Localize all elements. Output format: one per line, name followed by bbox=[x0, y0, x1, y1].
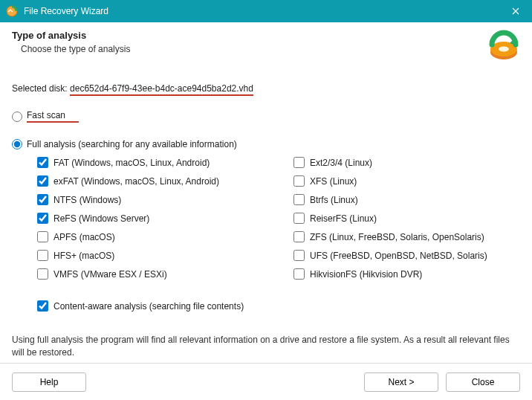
window-title: File Recovery Wizard bbox=[24, 6, 499, 16]
fs-checkbox-right-1[interactable]: XFS (Linux) bbox=[293, 175, 520, 187]
fs-column-left: FAT (Windows, macOS, Linux, Android)exFA… bbox=[37, 157, 264, 280]
close-button[interactable]: Close bbox=[446, 372, 520, 392]
fs-checkbox-label: HFS+ (macOS) bbox=[53, 251, 114, 261]
fs-checkbox-input[interactable] bbox=[37, 250, 48, 261]
fs-checkbox-label: VMFS (VMware ESX / ESXi) bbox=[53, 269, 167, 280]
fast-scan-radio[interactable]: Fast scan bbox=[12, 110, 520, 123]
fs-checkbox-left-4[interactable]: APFS (macOS) bbox=[37, 231, 264, 242]
close-window-button[interactable] bbox=[499, 0, 532, 22]
app-icon bbox=[6, 5, 18, 17]
page-title: Type of analysis bbox=[12, 30, 487, 41]
filesystem-grid: FAT (Windows, macOS, Linux, Android)exFA… bbox=[37, 157, 520, 280]
content-aware-checkbox[interactable]: Content-aware analysis (searching file c… bbox=[37, 300, 520, 312]
fs-checkbox-left-1[interactable]: exFAT (Windows, macOS, Linux, Android) bbox=[37, 175, 264, 187]
fs-checkbox-input[interactable] bbox=[293, 268, 305, 280]
selected-disk-value: dec652d4-67f9-43ee-b4dc-ace94d5ba2d2.vhd bbox=[70, 83, 253, 96]
fs-checkbox-label: NTFS (Windows) bbox=[53, 195, 121, 205]
help-button[interactable]: Help bbox=[12, 372, 86, 392]
titlebar: File Recovery Wizard bbox=[0, 0, 532, 22]
fs-checkbox-right-4[interactable]: ZFS (Linux, FreeBSD, Solaris, OpenSolari… bbox=[293, 231, 520, 242]
fs-checkbox-input[interactable] bbox=[293, 157, 305, 168]
fs-checkbox-input[interactable] bbox=[293, 194, 305, 205]
fs-checkbox-right-0[interactable]: Ext2/3/4 (Linux) bbox=[293, 157, 520, 168]
fs-checkbox-left-0[interactable]: FAT (Windows, macOS, Linux, Android) bbox=[37, 157, 264, 168]
fs-checkbox-left-5[interactable]: HFS+ (macOS) bbox=[37, 250, 264, 261]
content-aware-label: Content-aware analysis (searching file c… bbox=[53, 301, 244, 312]
fs-checkbox-input[interactable] bbox=[293, 231, 305, 242]
wizard-content: Type of analysis Choose the type of anal… bbox=[0, 22, 532, 363]
fs-checkbox-input[interactable] bbox=[37, 231, 48, 242]
fs-checkbox-input[interactable] bbox=[37, 213, 48, 224]
fs-checkbox-left-3[interactable]: ReFS (Windows Server) bbox=[37, 213, 264, 224]
fs-checkbox-label: APFS (macOS) bbox=[53, 232, 115, 242]
fast-scan-radio-input[interactable] bbox=[12, 112, 22, 122]
fs-checkbox-label: FAT (Windows, macOS, Linux, Android) bbox=[53, 158, 210, 168]
page-subtitle: Choose the type of analysis bbox=[12, 44, 487, 54]
fs-checkbox-input[interactable] bbox=[37, 194, 48, 205]
next-button[interactable]: Next > bbox=[364, 372, 438, 392]
fs-checkbox-left-2[interactable]: NTFS (Windows) bbox=[37, 194, 264, 205]
fs-checkbox-input[interactable] bbox=[293, 175, 305, 187]
fs-checkbox-label: HikvisionFS (Hikvision DVR) bbox=[310, 269, 422, 280]
fs-checkbox-input[interactable] bbox=[37, 175, 48, 187]
wizard-icon bbox=[487, 30, 520, 62]
fs-checkbox-input[interactable] bbox=[37, 268, 48, 280]
full-analysis-radio[interactable]: Full analysis (searching for any availab… bbox=[12, 139, 520, 149]
fs-checkbox-label: exFAT (Windows, macOS, Linux, Android) bbox=[53, 176, 219, 187]
close-icon bbox=[512, 7, 519, 15]
fs-checkbox-label: ZFS (Linux, FreeBSD, Solaris, OpenSolari… bbox=[310, 232, 484, 242]
fast-scan-label: Fast scan bbox=[27, 110, 65, 123]
fs-checkbox-label: ReiserFS (Linux) bbox=[310, 213, 377, 224]
footer: Help Next > Close bbox=[0, 363, 532, 400]
fs-checkbox-right-5[interactable]: UFS (FreeBSD, OpenBSD, NetBSD, Solaris) bbox=[293, 250, 520, 261]
analysis-note: Using full analysis the program will fin… bbox=[12, 334, 520, 359]
svg-point-3 bbox=[499, 47, 509, 52]
full-analysis-label: Full analysis (searching for any availab… bbox=[27, 139, 237, 149]
fs-checkbox-label: XFS (Linux) bbox=[310, 176, 357, 187]
fs-checkbox-label: Ext2/3/4 (Linux) bbox=[310, 158, 372, 168]
fs-column-right: Ext2/3/4 (Linux)XFS (Linux)Btrfs (Linux)… bbox=[293, 157, 520, 280]
selected-disk-label: Selected disk: bbox=[12, 83, 70, 94]
full-analysis-radio-input[interactable] bbox=[12, 139, 22, 149]
fs-checkbox-label: ReFS (Windows Server) bbox=[53, 213, 149, 224]
fs-checkbox-input[interactable] bbox=[293, 250, 305, 261]
fs-checkbox-left-6[interactable]: VMFS (VMware ESX / ESXi) bbox=[37, 268, 264, 280]
fs-checkbox-right-3[interactable]: ReiserFS (Linux) bbox=[293, 213, 520, 224]
fs-checkbox-right-2[interactable]: Btrfs (Linux) bbox=[293, 194, 520, 205]
fs-checkbox-label: Btrfs (Linux) bbox=[310, 195, 358, 205]
fs-checkbox-label: UFS (FreeBSD, OpenBSD, NetBSD, Solaris) bbox=[310, 251, 487, 261]
fs-checkbox-right-6[interactable]: HikvisionFS (Hikvision DVR) bbox=[293, 268, 520, 280]
fs-checkbox-input[interactable] bbox=[293, 213, 305, 224]
fs-checkbox-input[interactable] bbox=[37, 157, 48, 168]
content-aware-checkbox-input[interactable] bbox=[37, 300, 48, 312]
selected-disk-row: Selected disk: dec652d4-67f9-43ee-b4dc-a… bbox=[12, 83, 520, 94]
